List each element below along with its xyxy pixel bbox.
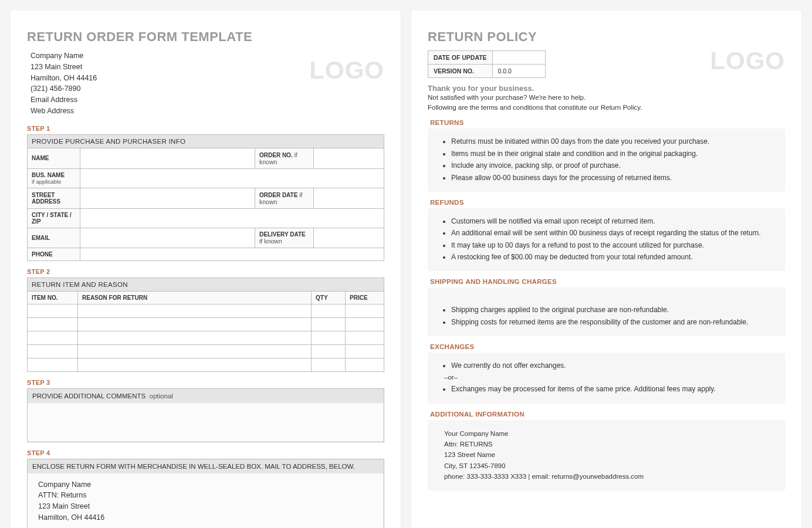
return-order-form-page: RETURN ORDER FORM TEMPLATE LOGO Company … [11,11,401,528]
delivery-date-input[interactable] [314,228,384,248]
returns-block: Returns must be initiated within 00 days… [428,128,785,192]
list-item: Items must be in their original state an… [451,148,776,160]
version-no-value[interactable]: 0.0.0 [492,65,545,78]
mail-line: ATTN: Returns [38,490,373,501]
date-of-update-label: DATE OF UPDATE [428,51,493,65]
email-label: EMAIL [28,228,80,248]
item-row[interactable] [28,317,384,331]
name-label: NAME [28,148,80,168]
date-of-update-value[interactable] [492,51,545,65]
order-no-label: ORDER NO. if known [255,148,314,168]
list-item: Please allow 00-00 business days for the… [451,172,776,184]
list-item: An additional email will be sent within … [451,227,776,239]
company-phone: (321) 456-7890 [31,83,384,94]
street-label: STREET ADDRESS [28,188,80,208]
version-no-label: VERSION NO. [428,65,493,78]
step-3-header: PROVIDE ADDITIONAL COMMENTS optional [28,389,384,403]
exchanges-block: We currently do not offer exchanges. –or… [428,353,785,403]
list-item: We currently do not offer exchanges. [451,360,776,371]
item-row[interactable] [28,331,384,344]
item-row[interactable] [28,344,384,358]
shipping-block: Shipping charges applied to the original… [428,287,785,336]
col-price: PRICE [346,291,384,304]
bus-name-label: BUS. NAMEif applicable [28,168,80,188]
list-item: Shipping charges applied to the original… [451,304,776,316]
logo-placeholder: LOGO [309,56,384,84]
list-item: Shipping costs for returned items are th… [451,316,776,328]
addl-line: City, ST 12345-7890 [444,461,769,471]
phone-input[interactable] [80,248,384,260]
mail-line: 123 Main Street [38,501,373,512]
comments-box: PROVIDE ADDITIONAL COMMENTS optional [27,388,384,442]
list-item: Exchanges may be processed for items of … [451,383,776,395]
mail-line: Company Name [38,479,373,490]
shipping-label: SHIPPING AND HANDLING CHARGES [430,278,785,285]
item-row[interactable] [28,304,384,317]
list-item: Include any invoice, packing slip, or pr… [451,160,776,171]
list-item: Returns must be initiated within 00 days… [451,136,776,147]
logo-placeholder: LOGO [710,47,785,75]
intro-text: Not satisfied with your purchase? We're … [428,93,785,112]
addl-line: Attn: RETURNS [444,439,769,449]
phone-label: PHONE [28,248,80,260]
addl-line: Your Company Name [444,428,769,439]
step-1-header: PROVIDE PURCHASE AND PURCHASER INFO [28,134,384,148]
step-2-header: RETURN ITEM AND REASON [28,277,384,291]
additional-info-block: Your Company Name Attn: RETURNS 123 Stre… [428,420,785,490]
additional-info-label: ADDITIONAL INFORMATION [430,411,785,418]
csz-input[interactable] [80,208,384,228]
addl-line: phone: 333-333-3333 X333 | email: return… [444,471,769,482]
order-date-input[interactable] [314,188,384,208]
policy-meta-table: DATE OF UPDATE VERSION NO. 0.0.0 [428,50,546,78]
col-qty: QTY [312,291,346,304]
step-4-header: ENCLOSE RETURN FORM WITH MERCHANDISE IN … [28,459,384,473]
email-input[interactable] [80,228,255,248]
col-item-no: ITEM NO. [28,291,78,304]
item-row[interactable] [28,358,384,371]
csz-label: CITY / STATE / ZIP [28,208,80,228]
purchaser-info-table: PROVIDE PURCHASE AND PURCHASER INFO NAME… [27,134,384,261]
return-policy-page: RETURN POLICY LOGO DATE OF UPDATE VERSIO… [411,11,801,528]
page-title: RETURN POLICY [428,29,785,45]
mail-line: Hamilton, OH 44416 [38,512,373,523]
page-title: RETURN ORDER FORM TEMPLATE [27,29,384,45]
step-4-label: STEP 4 [27,449,384,456]
refunds-block: Customers will be notified via email upo… [428,208,785,272]
company-email: Email Address [31,94,384,106]
delivery-date-label: DELIVERY DATE if known [255,228,314,248]
order-date-label: ORDER DATE if known [255,188,314,208]
mail-address: Company Name ATTN: Returns 123 Main Stre… [28,473,384,529]
list-item: Customers will be notified via email upo… [451,215,776,227]
list-item: It may take up to 00 days for a refund t… [451,239,776,251]
step-3-label: STEP 3 [27,379,384,386]
or-text: –or– [444,372,776,384]
returns-label: RETURNS [430,119,785,126]
step-1-label: STEP 1 [27,125,384,132]
addl-line: 123 Street Name [444,449,769,460]
step-2-label: STEP 2 [27,268,384,275]
col-reason: REASON FOR RETURN [78,291,312,304]
street-input[interactable] [80,188,255,208]
exchanges-label: EXCHANGES [430,343,785,350]
thanks-text: Thank you for your business. [428,84,785,93]
mail-to-box: ENCLOSE RETURN FORM WITH MERCHANDISE IN … [27,459,384,529]
refunds-label: REFUNDS [430,199,785,206]
bus-name-input[interactable] [80,168,384,188]
list-item: A restocking fee of $00.00 may be deduct… [451,251,776,263]
order-no-input[interactable] [314,148,384,168]
return-items-table: RETURN ITEM AND REASON ITEM NO. REASON F… [27,277,384,372]
comments-input[interactable] [28,403,384,442]
name-input[interactable] [80,148,255,168]
company-web: Web Address [31,106,384,117]
